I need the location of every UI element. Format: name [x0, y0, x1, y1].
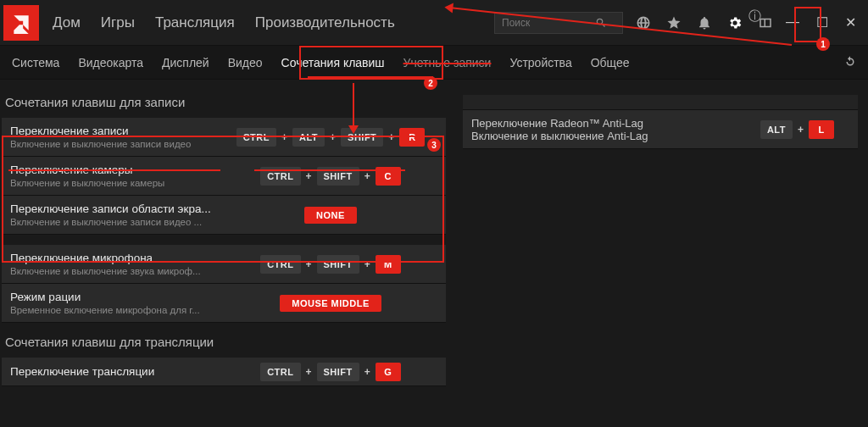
row-subtitle: Включение и выключение звука микроф...	[10, 266, 224, 276]
help-icon[interactable]: ⓘ	[748, 8, 761, 25]
row-subtitle: Включение и выключение Anti-Lag	[471, 130, 666, 142]
tab-devices[interactable]: Устройства	[509, 49, 571, 76]
annotation-frame-rows	[2, 136, 444, 263]
row-title: Переключение Radeon™ Anti-Lag	[471, 117, 666, 130]
bell-icon[interactable]	[696, 14, 713, 31]
section-title-recording: Сочетания клавиш для записи	[2, 90, 446, 118]
hotkey-combo[interactable]: CTRL+ SHIFT+ G	[224, 363, 437, 381]
hotkey-combo[interactable]: MOUSE MIDDLE	[224, 295, 437, 312]
hotkey-row-ptt[interactable]: Режим рации Временное включение микрофон…	[2, 284, 446, 323]
key-l: L	[809, 120, 834, 139]
topnav-games[interactable]: Игры	[101, 14, 135, 31]
row-subtitle: Временное включение микрофона для г...	[10, 305, 224, 315]
tab-video[interactable]: Видео	[228, 49, 263, 76]
tab-gpu[interactable]: Видеокарта	[78, 49, 143, 76]
star-icon[interactable]	[665, 14, 682, 31]
annotation-underline-label	[8, 169, 220, 171]
topnav-perf[interactable]: Производительность	[255, 14, 395, 31]
hotkey-row-stream-toggle[interactable]: Переключение трансляции CTRL+ SHIFT+ G	[2, 358, 446, 386]
annotation-badge-1: 1	[816, 37, 830, 51]
annotation-frame-tab	[299, 46, 443, 80]
amd-arrow-icon	[10, 12, 32, 34]
row-title: Переключение трансляции	[10, 365, 224, 378]
tab-display[interactable]: Дисплей	[162, 49, 209, 76]
fade-overlay	[0, 402, 868, 427]
hotkey-row-antilag[interactable]: Переключение Radeon™ Anti-Lag Включение …	[463, 110, 858, 149]
row-fragment	[463, 95, 858, 110]
key-g: G	[376, 363, 401, 381]
hotkey-combo[interactable]: ALT+ L	[666, 120, 849, 139]
annotation-underline-keys	[254, 169, 405, 171]
annotation-badge-3: 3	[427, 138, 441, 152]
key-shift: SHIFT	[317, 363, 359, 381]
top-nav: Дом Игры Трансляция Производительность	[53, 14, 395, 31]
settings-tabs: Система Видеокарта Дисплей Видео Сочетан…	[0, 46, 868, 80]
tab-system[interactable]: Система	[12, 49, 59, 76]
row-title: Режим рации	[10, 291, 224, 303]
tab-general[interactable]: Общее	[591, 49, 630, 76]
key-ctrl: CTRL	[260, 363, 300, 381]
annotation-arrow-down	[353, 83, 354, 127]
annotation-underline-tab	[308, 76, 433, 78]
reset-icon[interactable]	[843, 54, 858, 72]
topnav-home[interactable]: Дом	[53, 14, 81, 31]
right-column: Переключение Radeon™ Anti-Lag Включение …	[463, 90, 866, 386]
key-alt: ALT	[760, 120, 793, 139]
section-title-streaming: Сочетания клавиш для трансляции	[2, 330, 446, 358]
annotation-frame-settings	[794, 7, 821, 42]
gear-icon[interactable]	[726, 14, 743, 31]
topnav-stream[interactable]: Трансляция	[155, 14, 235, 31]
key-mouse-middle: MOUSE MIDDLE	[280, 295, 381, 312]
close-button[interactable]: ✕	[845, 14, 856, 30]
amd-logo[interactable]	[3, 5, 39, 41]
annotation-badge-2: 2	[424, 76, 437, 90]
